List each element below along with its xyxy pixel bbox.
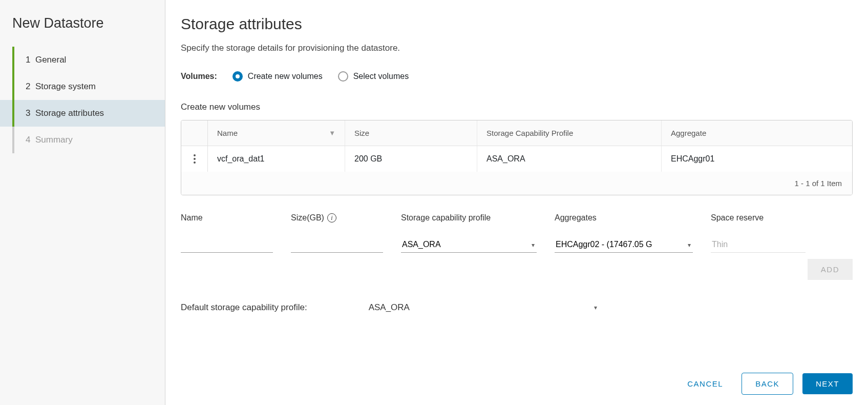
volumes-label: Volumes:	[181, 72, 217, 81]
col-name[interactable]: Name ▼	[208, 120, 345, 146]
col-actions	[181, 120, 208, 146]
step-label: Storage attributes	[35, 108, 104, 118]
step-storage-system[interactable]: 2 Storage system	[0, 73, 165, 100]
table-header: Name ▼ Size Storage Capability Profile A…	[181, 120, 852, 146]
add-volume-form: Name Size(GB) i Storage capability profi…	[181, 213, 853, 253]
field-aggregates: Aggregates ▾	[555, 213, 693, 253]
default-profile-select[interactable]	[369, 300, 599, 315]
profile-select[interactable]	[401, 237, 537, 253]
col-profile[interactable]: Storage Capability Profile	[477, 120, 662, 146]
wizard-footer: CANCEL BACK NEXT	[678, 373, 853, 395]
next-button[interactable]: NEXT	[802, 373, 853, 394]
section-heading: Create new volumes	[181, 102, 853, 112]
default-profile-label: Default storage capability profile:	[181, 302, 307, 313]
cell-name: vcf_ora_dat1	[208, 146, 345, 172]
page-subtitle: Specify the storage details for provisio…	[181, 43, 853, 53]
col-aggregate[interactable]: Aggregate	[662, 120, 852, 146]
field-name: Name	[181, 213, 273, 253]
default-profile-row: Default storage capability profile: ▾	[181, 300, 853, 315]
volumes-table: Name ▼ Size Storage Capability Profile A…	[181, 120, 853, 195]
wizard-steps: 1 General 2 Storage system 3 Storage att…	[0, 47, 165, 153]
radio-select-volumes[interactable]: Select volumes	[338, 71, 409, 82]
cancel-button[interactable]: CANCEL	[678, 373, 732, 394]
back-button[interactable]: BACK	[742, 373, 793, 395]
radio-label: Create new volumes	[248, 72, 323, 81]
row-actions-menu[interactable]	[181, 146, 208, 172]
info-icon[interactable]: i	[327, 213, 336, 222]
step-label: General	[35, 55, 66, 65]
field-label: Size(GB) i	[291, 213, 383, 222]
table-footer: 1 - 1 of 1 Item	[181, 172, 852, 195]
col-size[interactable]: Size	[345, 120, 477, 146]
field-label: Space reserve	[711, 213, 806, 222]
volumes-selector: Volumes: Create new volumes Select volum…	[181, 71, 853, 82]
step-general[interactable]: 1 General	[0, 47, 165, 73]
table-row: vcf_ora_dat1 200 GB ASA_ORA EHCAggr01	[181, 146, 852, 172]
field-size: Size(GB) i	[291, 213, 383, 253]
space-reserve-input[interactable]	[711, 237, 806, 253]
kebab-icon	[194, 154, 196, 164]
field-space-reserve: Space reserve	[711, 213, 806, 253]
cell-profile: ASA_ORA	[477, 146, 662, 172]
page-title: Storage attributes	[181, 15, 853, 33]
add-button[interactable]: ADD	[808, 259, 853, 280]
aggregates-select[interactable]	[555, 237, 693, 253]
step-number: 1	[26, 55, 30, 65]
cell-size: 200 GB	[345, 146, 477, 172]
step-number: 4	[26, 135, 30, 145]
radio-label: Select volumes	[353, 72, 409, 81]
step-number: 2	[26, 82, 30, 91]
name-input[interactable]	[181, 237, 273, 253]
radio-create-volumes[interactable]: Create new volumes	[232, 71, 323, 82]
step-summary[interactable]: 4 Summary	[0, 127, 165, 153]
main-content: Storage attributes Specify the storage d…	[165, 0, 868, 405]
step-label: Summary	[35, 135, 73, 145]
field-profile: Storage capability profile ▾	[401, 213, 537, 253]
filter-icon[interactable]: ▼	[329, 129, 335, 137]
col-label: Name	[217, 129, 238, 137]
wizard-sidebar: New Datastore 1 General 2 Storage system…	[0, 0, 165, 405]
size-input[interactable]	[291, 237, 383, 253]
wizard-title: New Datastore	[0, 15, 165, 47]
table-body: vcf_ora_dat1 200 GB ASA_ORA EHCAggr01	[181, 146, 852, 172]
field-label: Aggregates	[555, 213, 693, 222]
field-label: Storage capability profile	[401, 213, 537, 222]
step-storage-attributes[interactable]: 3 Storage attributes	[0, 100, 165, 127]
cell-aggregate: EHCAggr01	[662, 146, 852, 172]
field-label: Name	[181, 213, 273, 222]
step-label: Storage system	[35, 82, 96, 91]
step-number: 3	[26, 108, 30, 118]
